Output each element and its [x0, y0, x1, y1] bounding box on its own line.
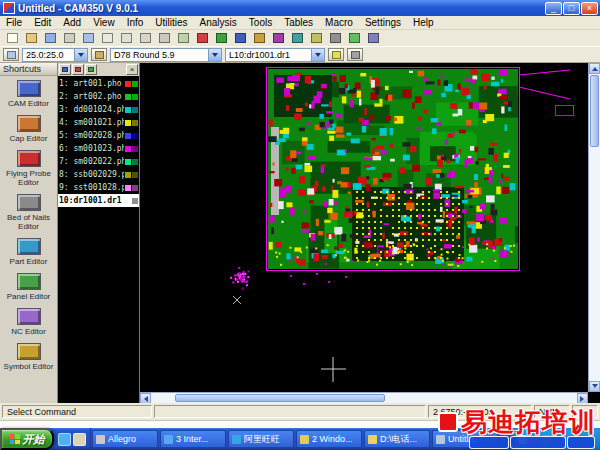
layer-color-chip[interactable]	[132, 146, 138, 152]
tray-volume-icon[interactable]	[518, 435, 527, 444]
pan-button[interactable]	[155, 31, 173, 46]
sidebar-item-bed-of-nails-editor[interactable]: Bed of Nails Editor	[0, 190, 57, 234]
scroll-up-icon[interactable]	[589, 63, 600, 74]
layer-color-chip[interactable]	[125, 185, 131, 191]
film-settings-button[interactable]	[326, 31, 344, 46]
menu-analysis[interactable]: Analysis	[194, 16, 243, 30]
sidebar-item-part-editor[interactable]: Part Editor	[0, 234, 57, 269]
help-button[interactable]	[364, 31, 382, 46]
layer-color-button[interactable]	[72, 64, 84, 75]
menu-tables[interactable]: Tables	[278, 16, 319, 30]
layer-color-chip[interactable]	[132, 185, 138, 191]
taskbar-task-untitled[interactable]: Untitla...	[432, 430, 498, 448]
macro-button[interactable]	[345, 31, 363, 46]
scroll-left-icon[interactable]	[140, 393, 151, 403]
layer-color-chip[interactable]	[125, 146, 131, 152]
quicklaunch-desktop-icon[interactable]	[73, 433, 86, 446]
layer-color-chip[interactable]	[132, 81, 138, 87]
layer-color-chip[interactable]	[125, 198, 131, 204]
snap-toggle-button[interactable]	[269, 31, 287, 46]
layer-row[interactable]: 2: art002.pho	[58, 90, 139, 103]
layer-color-chip[interactable]	[132, 107, 138, 113]
sidebar-item-panel-editor[interactable]: Panel Editor	[0, 269, 57, 304]
redraw-button[interactable]	[79, 31, 97, 46]
chevron-down-icon[interactable]	[208, 49, 221, 61]
layers-close-button[interactable]: ×	[126, 64, 138, 75]
print-button[interactable]	[60, 31, 78, 46]
query-button[interactable]	[174, 31, 192, 46]
dcode-combobox[interactable]: D78 Round 5.9	[110, 48, 222, 62]
horizontal-scroll-thumb[interactable]	[175, 394, 385, 402]
menu-macro[interactable]: Macro	[319, 16, 359, 30]
layer-color-chip[interactable]	[125, 172, 131, 178]
layer-color-chip[interactable]	[132, 94, 138, 100]
zoom-in-button[interactable]	[98, 31, 116, 46]
layer-color-chip[interactable]	[125, 159, 131, 165]
menu-utilities[interactable]: Utilities	[149, 16, 193, 30]
highlight-button[interactable]	[328, 48, 344, 61]
vertical-scroll-track[interactable]	[589, 148, 600, 381]
layer-color-chip[interactable]	[125, 120, 131, 126]
taskbar-task-internet[interactable]: 3 Inter...	[160, 430, 226, 448]
scroll-down-icon[interactable]	[589, 381, 600, 392]
maximize-button[interactable]: □	[563, 2, 580, 15]
layer-row-selected[interactable]: 10:dr1001.dr1	[58, 194, 139, 207]
sidebar-item-symbol-editor[interactable]: Symbol Editor	[0, 339, 57, 374]
chevron-down-icon[interactable]	[74, 49, 87, 61]
tray-messenger-icon[interactable]	[542, 435, 551, 444]
tray-antivirus-icon[interactable]	[530, 435, 539, 444]
pcb-canvas[interactable]	[140, 63, 586, 392]
menu-info[interactable]: Info	[121, 16, 150, 30]
quicklaunch-ie-icon[interactable]	[58, 433, 71, 446]
vertical-scroll-thumb[interactable]	[590, 75, 599, 147]
menu-edit[interactable]: Edit	[28, 16, 57, 30]
layer-visibility-button[interactable]	[85, 64, 97, 75]
add-text-button[interactable]	[231, 31, 249, 46]
menu-settings[interactable]: Settings	[359, 16, 407, 30]
grid-snap-toggle-button[interactable]	[3, 48, 19, 61]
taskbar-task-folder[interactable]: D:\电话...	[364, 430, 430, 448]
layer-color-chip[interactable]	[132, 120, 138, 126]
save-button[interactable]	[41, 31, 59, 46]
close-button[interactable]: ×	[581, 2, 598, 15]
layer-row[interactable]: 9: sst001028.pho	[58, 181, 139, 194]
menu-add[interactable]: Add	[57, 16, 87, 30]
zoom-out-button[interactable]	[117, 31, 135, 46]
sidebar-item-cam-editor[interactable]: CAM Editor	[0, 76, 57, 111]
layer-row[interactable]: 4: sm001021.pho	[58, 116, 139, 129]
sidebar-item-nc-editor[interactable]: NC Editor	[0, 304, 57, 339]
layer-color-chip[interactable]	[132, 198, 138, 204]
horizontal-scrollbar[interactable]	[140, 392, 588, 403]
layer-row[interactable]: 6: sm001023.pho	[58, 142, 139, 155]
taskbar-task-windows[interactable]: 2 Windo...	[296, 430, 362, 448]
taskbar-task-aliwangwang[interactable]: 阿里旺旺	[228, 430, 294, 448]
dcode-swap-button[interactable]	[91, 48, 107, 61]
scroll-right-icon[interactable]	[577, 393, 588, 403]
grid-toggle-button[interactable]	[250, 31, 268, 46]
layer-row[interactable]: 3: dd001024.pho	[58, 103, 139, 116]
layer-color-chip[interactable]	[125, 81, 131, 87]
zoom-window-button[interactable]	[136, 31, 154, 46]
layer-row[interactable]: 7: sm002022.pho	[58, 155, 139, 168]
layer-row[interactable]: 8: ssb002029.pho	[58, 168, 139, 181]
sidebar-item-cap-editor[interactable]: Cap Editor	[0, 111, 57, 146]
open-file-button[interactable]	[22, 31, 40, 46]
layer-color-chip[interactable]	[132, 172, 138, 178]
layer-add-button[interactable]	[59, 64, 71, 75]
dcode-table-button[interactable]	[307, 31, 325, 46]
add-circle-button[interactable]	[212, 31, 230, 46]
menu-view[interactable]: View	[87, 16, 121, 30]
menu-file[interactable]: File	[0, 16, 28, 30]
new-file-button[interactable]	[3, 31, 21, 46]
filter-button[interactable]	[347, 48, 363, 61]
layer-color-chip[interactable]	[125, 107, 131, 113]
sidebar-item-flying-probe-editor[interactable]: Flying Probe Editor	[0, 146, 57, 190]
layer-row[interactable]: 5: sm002028.pho	[58, 129, 139, 142]
minimize-button[interactable]: _	[545, 2, 562, 15]
vertical-scrollbar[interactable]	[588, 63, 600, 392]
grid-spacing-combobox[interactable]: 25.0:25.0	[22, 48, 88, 62]
layer-table-button[interactable]	[288, 31, 306, 46]
layer-color-chip[interactable]	[125, 94, 131, 100]
chevron-down-icon[interactable]	[311, 49, 324, 61]
taskbar-task-allegro[interactable]: Allegro	[92, 430, 158, 448]
